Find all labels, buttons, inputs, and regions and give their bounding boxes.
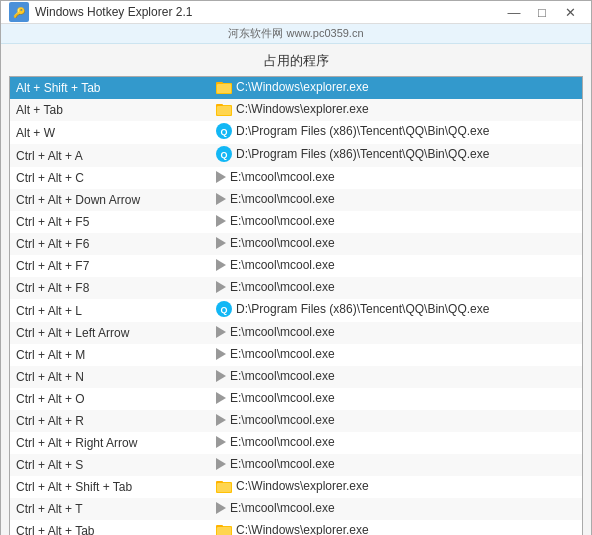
explorer-icon: [216, 479, 232, 493]
hotkey-cell: Ctrl + Alt + T: [10, 498, 210, 520]
hotkey-cell: Ctrl + Alt + F8: [10, 277, 210, 299]
path-text: E:\mcool\mcool.exe: [230, 170, 335, 184]
hotkey-cell: Ctrl + Alt + Left Arrow: [10, 322, 210, 344]
table-row[interactable]: Ctrl + Alt + RE:\mcool\mcool.exe: [10, 410, 582, 432]
path-cell: E:\mcool\mcool.exe: [210, 189, 582, 211]
path-text: E:\mcool\mcool.exe: [230, 457, 335, 471]
mcool-icon: [216, 348, 226, 360]
qq-icon: Q: [216, 123, 232, 139]
path-cell: E:\mcool\mcool.exe: [210, 366, 582, 388]
path-cell: C:\Windows\explorer.exe: [210, 77, 582, 99]
mcool-icon: [216, 436, 226, 448]
path-text: D:\Program Files (x86)\Tencent\QQ\Bin\QQ…: [236, 124, 489, 138]
path-text: C:\Windows\explorer.exe: [236, 479, 369, 493]
hotkey-cell: Alt + W: [10, 121, 210, 144]
hotkey-cell: Ctrl + Alt + A: [10, 144, 210, 167]
maximize-button[interactable]: □: [529, 1, 555, 23]
table-row[interactable]: Ctrl + Alt + CE:\mcool\mcool.exe: [10, 167, 582, 189]
svg-rect-14: [217, 483, 231, 492]
app-icon: 🔑: [9, 2, 29, 22]
path-text: C:\Windows\explorer.exe: [236, 102, 369, 116]
hotkey-cell: Ctrl + Alt + F7: [10, 255, 210, 277]
path-cell: E:\mcool\mcool.exe: [210, 344, 582, 366]
mcool-icon: [216, 458, 226, 470]
hotkey-cell: Ctrl + Alt + R: [10, 410, 210, 432]
path-text: E:\mcool\mcool.exe: [230, 413, 335, 427]
minimize-button[interactable]: —: [501, 1, 527, 23]
table-row[interactable]: Ctrl + Alt + ME:\mcool\mcool.exe: [10, 344, 582, 366]
path-cell: C:\Windows\explorer.exe: [210, 99, 582, 121]
table-row[interactable]: Ctrl + Alt + SE:\mcool\mcool.exe: [10, 454, 582, 476]
table-row[interactable]: Ctrl + Alt + NE:\mcool\mcool.exe: [10, 366, 582, 388]
svg-text:Q: Q: [220, 150, 227, 160]
explorer-icon: [216, 80, 232, 94]
mcool-icon: [216, 171, 226, 183]
table-row[interactable]: Alt + WQD:\Program Files (x86)\Tencent\Q…: [10, 121, 582, 144]
table-row[interactable]: Ctrl + Alt + Shift + TabC:\Windows\explo…: [10, 476, 582, 498]
hotkey-cell: Alt + Tab: [10, 99, 210, 121]
close-button[interactable]: ✕: [557, 1, 583, 23]
hotkey-table-container: Alt + Shift + TabC:\Windows\explorer.exe…: [9, 76, 583, 535]
table-scroll[interactable]: Alt + Shift + TabC:\Windows\explorer.exe…: [10, 77, 582, 535]
path-cell: E:\mcool\mcool.exe: [210, 432, 582, 454]
path-cell: E:\mcool\mcool.exe: [210, 211, 582, 233]
title-controls: — □ ✕: [501, 1, 583, 23]
svg-rect-17: [217, 527, 231, 536]
table-row[interactable]: Ctrl + Alt + TE:\mcool\mcool.exe: [10, 498, 582, 520]
table-row[interactable]: Ctrl + Alt + F7E:\mcool\mcool.exe: [10, 255, 582, 277]
hotkey-cell: Ctrl + Alt + Shift + Tab: [10, 476, 210, 498]
hotkey-cell: Ctrl + Alt + C: [10, 167, 210, 189]
path-text: E:\mcool\mcool.exe: [230, 192, 335, 206]
path-cell: E:\mcool\mcool.exe: [210, 233, 582, 255]
table-row[interactable]: Ctrl + Alt + TabC:\Windows\explorer.exe: [10, 520, 582, 535]
table-row[interactable]: Ctrl + Alt + F5E:\mcool\mcool.exe: [10, 211, 582, 233]
mcool-icon: [216, 370, 226, 382]
hotkey-cell: Ctrl + Alt + S: [10, 454, 210, 476]
mcool-icon: [216, 414, 226, 426]
mcool-icon: [216, 215, 226, 227]
path-text: E:\mcool\mcool.exe: [230, 236, 335, 250]
path-text: E:\mcool\mcool.exe: [230, 347, 335, 361]
path-text: D:\Program Files (x86)\Tencent\QQ\Bin\QQ…: [236, 302, 489, 316]
table-row[interactable]: Ctrl + Alt + Left ArrowE:\mcool\mcool.ex…: [10, 322, 582, 344]
hotkey-cell: Ctrl + Alt + Down Arrow: [10, 189, 210, 211]
path-text: E:\mcool\mcool.exe: [230, 391, 335, 405]
title-bar: 🔑 Windows Hotkey Explorer 2.1 — □ ✕: [1, 1, 591, 24]
table-row[interactable]: Ctrl + Alt + F8E:\mcool\mcool.exe: [10, 277, 582, 299]
table-row[interactable]: Ctrl + Alt + LQD:\Program Files (x86)\Te…: [10, 299, 582, 322]
section-title: 占用的程序: [9, 52, 583, 70]
table-row[interactable]: Ctrl + Alt + Down ArrowE:\mcool\mcool.ex…: [10, 189, 582, 211]
path-text: E:\mcool\mcool.exe: [230, 214, 335, 228]
hotkey-cell: Ctrl + Alt + F5: [10, 211, 210, 233]
window-title: Windows Hotkey Explorer 2.1: [35, 5, 501, 19]
table-row[interactable]: Ctrl + Alt + Right ArrowE:\mcool\mcool.e…: [10, 432, 582, 454]
watermark-text: 河东软件网 www.pc0359.cn: [228, 27, 363, 39]
table-row[interactable]: Ctrl + Alt + F6E:\mcool\mcool.exe: [10, 233, 582, 255]
hotkey-cell: Ctrl + Alt + M: [10, 344, 210, 366]
qq-icon: Q: [216, 146, 232, 162]
path-text: E:\mcool\mcool.exe: [230, 258, 335, 272]
watermark-bar: 河东软件网 www.pc0359.cn: [1, 24, 591, 44]
path-cell: E:\mcool\mcool.exe: [210, 322, 582, 344]
path-cell: C:\Windows\explorer.exe: [210, 476, 582, 498]
table-row[interactable]: Alt + TabC:\Windows\explorer.exe: [10, 99, 582, 121]
path-text: C:\Windows\explorer.exe: [236, 523, 369, 536]
mcool-icon: [216, 193, 226, 205]
table-row[interactable]: Alt + Shift + TabC:\Windows\explorer.exe: [10, 77, 582, 99]
table-row[interactable]: Ctrl + Alt + OE:\mcool\mcool.exe: [10, 388, 582, 410]
path-text: E:\mcool\mcool.exe: [230, 435, 335, 449]
hotkey-cell: Ctrl + Alt + Right Arrow: [10, 432, 210, 454]
mcool-icon: [216, 259, 226, 271]
path-text: E:\mcool\mcool.exe: [230, 369, 335, 383]
table-row[interactable]: Ctrl + Alt + AQD:\Program Files (x86)\Te…: [10, 144, 582, 167]
path-text: E:\mcool\mcool.exe: [230, 325, 335, 339]
hotkey-cell: Ctrl + Alt + Tab: [10, 520, 210, 535]
qq-icon: Q: [216, 301, 232, 317]
mcool-icon: [216, 392, 226, 404]
hotkey-cell: Ctrl + Alt + L: [10, 299, 210, 322]
path-text: E:\mcool\mcool.exe: [230, 501, 335, 515]
svg-rect-2: [217, 84, 231, 93]
path-cell: E:\mcool\mcool.exe: [210, 454, 582, 476]
content-area: 占用的程序 Alt + Shift + TabC:\Windows\explor…: [1, 44, 591, 535]
path-cell: E:\mcool\mcool.exe: [210, 277, 582, 299]
